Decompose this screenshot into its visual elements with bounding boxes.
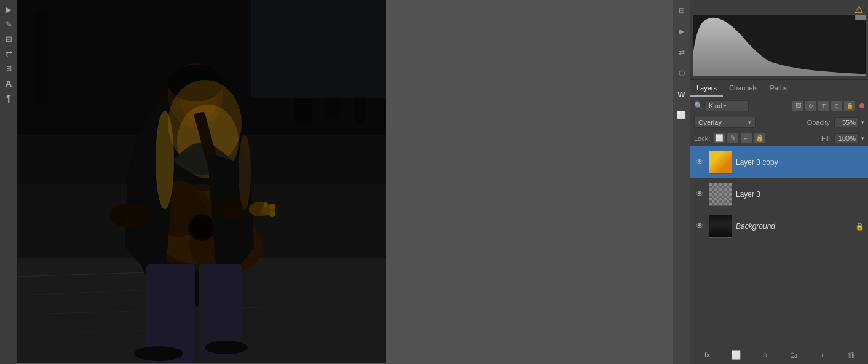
svg-point-43 (263, 202, 268, 207)
histogram-warning-icon: ⚠ (854, 4, 863, 15)
fill-value[interactable]: 100% (834, 133, 859, 143)
layer-name-layer3: Layer 3 (736, 190, 864, 199)
svg-point-38 (239, 135, 251, 209)
filter-kind-label: Kind (709, 102, 722, 109)
layer-mask-btn[interactable]: ⬜ (729, 349, 743, 362)
lock-pixels-btn[interactable]: ⬜ (714, 133, 725, 143)
filter-type-btn[interactable]: T (818, 101, 829, 111)
svg-rect-36 (251, 0, 386, 98)
layer-item-background[interactable]: 👁 Background 🔒 (690, 210, 868, 242)
svg-point-42 (269, 211, 275, 217)
opacity-label: Opacity: (807, 119, 832, 126)
layer-comp-icon[interactable]: ⬜ (675, 108, 688, 122)
tool-ref[interactable]: ⊟ (2, 61, 15, 75)
svg-point-25 (109, 203, 152, 228)
svg-point-37 (156, 111, 174, 209)
blend-mode-dropdown[interactable]: Overlay ▾ (694, 117, 756, 128)
right-panel: ⚠ Layers Channels (690, 0, 868, 364)
tool-adjustments[interactable]: ⇄ (2, 47, 15, 60)
actions-icon[interactable]: ▶ (675, 25, 688, 38)
layer-name-background: Background (736, 222, 851, 231)
thumb-yellow-layer3copy (709, 151, 732, 173)
fill-arrow: ▾ (861, 135, 864, 141)
filter-pixel-btn[interactable]: 🖼 (792, 101, 803, 111)
lock-bar: Lock: ⬜ ✎ ↔ 🔒 Fill: 100% ▾ (690, 130, 868, 146)
layers-panel: 🔍 Kind ▾ 🖼 ⊙ T ⊡ 🔒 Ov (690, 97, 868, 364)
adjustments-icon[interactable]: ⇄ (675, 46, 688, 59)
layer-visibility-background[interactable]: 👁 (694, 221, 705, 232)
blend-mode-bar: Overlay ▾ Opacity: 55% ▾ (690, 114, 868, 130)
tab-layers[interactable]: Layers (690, 81, 723, 97)
layer-fx-btn[interactable]: fx (700, 349, 714, 362)
blend-dropdown-arrow: ▾ (748, 119, 751, 125)
thumb-dark-background (709, 215, 732, 237)
layer-thumbnail-layer3 (709, 183, 732, 206)
tool-brush[interactable]: ✎ (2, 17, 15, 31)
tool-grid[interactable]: ⊞ (2, 32, 15, 46)
opacity-value[interactable]: 55% (834, 117, 859, 127)
filter-bar: 🔍 Kind ▾ 🖼 ⊙ T ⊡ 🔒 (690, 97, 868, 114)
side-panel-strip: ⊟ ▶ ⇄ ⬡ W ⬜ (673, 0, 690, 364)
svg-point-30 (205, 341, 248, 354)
svg-point-20 (191, 216, 213, 239)
histogram-graph (693, 15, 866, 76)
tool-move[interactable]: ▶ (2, 2, 15, 16)
lock-position-btn[interactable]: ✎ (727, 133, 738, 143)
layer-visibility-layer3[interactable]: 👁 (694, 189, 705, 200)
layer-bottom-toolbar: fx ⬜ ⊙ 🗂 + 🗑 (690, 346, 868, 364)
lock-all-btn[interactable]: 🔒 (754, 133, 765, 143)
layer-item-layer3copy[interactable]: 👁 Layer 3 copy (690, 146, 868, 178)
panel-tabs: Layers Channels Paths (690, 80, 868, 97)
thumb-checkered-layer3 (709, 183, 732, 205)
svg-rect-44 (855, 15, 866, 20)
svg-point-41 (269, 204, 275, 210)
tab-channels[interactable]: Channels (723, 81, 763, 97)
tool-paragraph[interactable]: ¶ (2, 91, 15, 105)
layer-item-layer3[interactable]: 👁 Layer 3 (690, 178, 868, 210)
filter-smart-btn[interactable]: 🔒 (844, 101, 855, 111)
lock-label: Lock: (694, 135, 710, 142)
layer-thumbnail-layer3copy (709, 151, 732, 174)
layer-lock-icon-background: 🔒 (855, 222, 864, 231)
adobe-icon[interactable]: W (675, 87, 688, 101)
search-icon: 🔍 (694, 101, 703, 110)
opacity-arrow: ▾ (861, 119, 864, 125)
opacity-control: Opacity: 55% ▾ (807, 117, 864, 127)
layer-list: 👁 Layer 3 copy 👁 Layer 3 👁 (690, 146, 868, 346)
svg-point-29 (134, 346, 183, 361)
history-icon[interactable]: ⊟ (675, 4, 688, 17)
left-toolbar: ▶ ✎ ⊞ ⇄ ⊟ A ¶ (0, 0, 17, 364)
filter-icons: 🖼 ⊙ T ⊡ 🔒 (792, 101, 864, 111)
layer-name-layer3copy: Layer 3 copy (736, 158, 864, 167)
3d-icon[interactable]: ⬡ (675, 66, 688, 80)
layer-group-btn[interactable]: 🗂 (787, 349, 800, 362)
histogram-area: ⚠ (690, 0, 868, 80)
filter-active-dot (859, 103, 864, 108)
fill-control: Fill: 100% ▾ (821, 133, 864, 143)
layer-visibility-layer3copy[interactable]: 👁 (694, 157, 705, 168)
layer-new-btn[interactable]: + (816, 349, 829, 362)
svg-rect-34 (36, 12, 48, 105)
layer-delete-btn[interactable]: 🗑 (845, 349, 858, 362)
layer-adjustment-btn[interactable]: ⊙ (758, 349, 771, 362)
filter-kind-dropdown[interactable]: Kind ▾ (706, 100, 749, 111)
blend-mode-value: Overlay (698, 119, 722, 126)
lock-transform-btn[interactable]: ↔ (741, 133, 752, 143)
canvas-area (17, 0, 673, 364)
tool-type[interactable]: A (2, 76, 15, 90)
layer-thumbnail-background (709, 215, 732, 238)
filter-adjust-btn[interactable]: ⊙ (805, 101, 816, 111)
filter-shape-btn[interactable]: ⊡ (831, 101, 842, 111)
photo-canvas (17, 0, 386, 363)
tab-paths[interactable]: Paths (764, 81, 794, 97)
filter-dropdown-arrow: ▾ (724, 103, 727, 109)
fill-label: Fill: (821, 135, 832, 142)
